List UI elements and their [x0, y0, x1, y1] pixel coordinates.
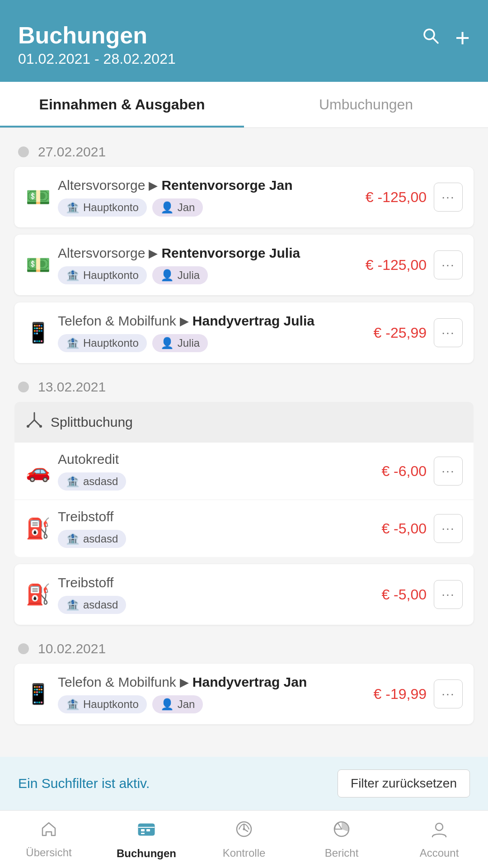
tag-account: 🏦 Hauptkonto	[58, 334, 147, 352]
transaction-info: Treibstoff 🏦 asdasd	[58, 509, 347, 548]
date-dot	[18, 643, 29, 654]
transaction-card: ⛽ Treibstoff 🏦 asdasd € -5,00 ···	[14, 564, 474, 625]
tag-person: 👤 Jan	[152, 198, 203, 217]
transaction-category: Treibstoff	[58, 575, 113, 590]
transaction-subcategory: Rentenvorsorge Jan	[161, 178, 292, 193]
nav-label-account: Account	[420, 847, 459, 859]
svg-point-6	[39, 425, 42, 428]
transaction-info: Altersvorsorge ▶ Rentenvorsorge Jan 🏦 Ha…	[58, 178, 347, 217]
transaction-tags: 🏦 Hauptkonto 👤 Jan	[58, 695, 347, 713]
search-icon[interactable]	[421, 26, 441, 51]
transaction-amount: € -6,00	[354, 463, 427, 480]
tab-umbuchungen[interactable]: Umbuchungen	[244, 82, 488, 127]
transaction-category: Treibstoff	[58, 509, 113, 524]
date-section-27: 27.02.2021 💵 Altersvorsorge ▶ Rentenvors…	[0, 137, 488, 363]
tag-person: 👤 Julia	[152, 266, 208, 284]
transaction-amount: € -19,99	[354, 686, 427, 703]
transaction-icon: 🚗	[25, 459, 51, 483]
home-icon	[40, 820, 58, 843]
more-button[interactable]: ···	[434, 183, 463, 212]
date-label-row: 13.02.2021	[0, 372, 488, 402]
svg-line-1	[433, 38, 438, 43]
svg-point-13	[243, 828, 245, 830]
tab-einnahmen[interactable]: Einnahmen & Ausgaben	[0, 82, 244, 127]
date-range: 01.02.2021 - 28.02.2021	[18, 51, 176, 67]
arrow-icon: ▶	[149, 246, 158, 260]
transaction-info: Altersvorsorge ▶ Rentenvorsorge Julia 🏦 …	[58, 245, 347, 284]
more-dots-icon: ···	[441, 190, 455, 204]
transaction-amount: € -5,00	[354, 520, 427, 537]
nav-item-bericht[interactable]: Bericht	[293, 811, 390, 868]
svg-point-5	[27, 425, 29, 428]
person-icon: 👤	[160, 269, 174, 282]
svg-point-15	[436, 823, 443, 830]
date-label: 13.02.2021	[38, 379, 106, 395]
nav-label-kontrolle: Kontrolle	[223, 847, 266, 859]
building-icon: 🏦	[66, 201, 80, 214]
nav-item-account[interactable]: Account	[390, 811, 488, 868]
transaction-info: Telefon & Mobilfunk ▶ Handyvertrag Julia…	[58, 313, 347, 352]
content-area: 27.02.2021 💵 Altersvorsorge ▶ Rentenvors…	[0, 128, 488, 757]
header: Buchungen 01.02.2021 - 28.02.2021 +	[0, 0, 488, 82]
transaction-category: Telefon & Mobilfunk	[58, 313, 176, 329]
building-icon: 🏦	[66, 599, 80, 611]
transaction-icon: 📱	[25, 682, 51, 706]
transaction-subcategory: Handyvertrag Julia	[192, 313, 314, 329]
transaction-tags: 🏦 Hauptkonto 👤 Jan	[58, 198, 347, 217]
nav-item-ubersicht[interactable]: Übersicht	[0, 811, 98, 868]
add-icon[interactable]: +	[455, 25, 470, 51]
arrow-icon: ▶	[180, 675, 189, 689]
split-icon	[25, 411, 43, 433]
transaction-title: Treibstoff	[58, 575, 347, 590]
split-item: ⛽ Treibstoff 🏦 asdasd € -5,00 ···	[14, 500, 474, 557]
transaction-title: Telefon & Mobilfunk ▶ Handyvertrag Julia	[58, 313, 347, 329]
transaction-title: Treibstoff	[58, 509, 347, 524]
filter-bar: Ein Suchfilter ist aktiv. Filter zurücks…	[0, 757, 488, 810]
date-section-10: 10.02.2021 📱 Telefon & Mobilfunk ▶ Handy…	[0, 634, 488, 724]
tag-account: 🏦 asdasd	[58, 596, 126, 614]
svg-rect-10	[146, 829, 150, 831]
nav-label-bericht: Bericht	[325, 847, 359, 859]
transaction-category: Altersvorsorge	[58, 178, 145, 193]
buchungen-icon	[136, 819, 156, 844]
more-dots-icon: ···	[441, 687, 455, 701]
transaction-card: 📱 Telefon & Mobilfunk ▶ Handyvertrag Jul…	[14, 302, 474, 363]
split-label: Splittbuchung	[51, 415, 133, 430]
svg-rect-9	[141, 829, 145, 831]
more-button[interactable]: ···	[434, 514, 463, 543]
transaction-icon: 💵	[25, 185, 51, 209]
tag-person: 👤 Julia	[152, 334, 208, 352]
building-icon: 🏦	[66, 533, 80, 545]
transaction-icon: 📱	[25, 321, 51, 344]
tag-account: 🏦 asdasd	[58, 472, 126, 491]
person-icon: 👤	[160, 201, 174, 214]
date-section-13: 13.02.2021 Splittbuchung 🚗 Autokredit	[0, 372, 488, 625]
building-icon: 🏦	[66, 698, 80, 711]
arrow-icon: ▶	[149, 179, 158, 193]
nav-item-buchungen[interactable]: Buchungen	[98, 811, 195, 868]
building-icon: 🏦	[66, 337, 80, 349]
nav-label-ubersicht: Übersicht	[26, 846, 71, 859]
tag-account: 🏦 Hauptkonto	[58, 266, 147, 284]
person-icon: 👤	[160, 698, 174, 711]
more-button[interactable]: ···	[434, 457, 463, 486]
more-button[interactable]: ···	[434, 679, 463, 708]
more-button[interactable]: ···	[434, 318, 463, 347]
transaction-info: Autokredit 🏦 asdasd	[58, 452, 347, 491]
filter-reset-button[interactable]: Filter zurücksetzen	[338, 769, 470, 797]
date-dot	[18, 382, 29, 392]
transaction-title: Altersvorsorge ▶ Rentenvorsorge Julia	[58, 245, 347, 261]
split-header: Splittbuchung	[14, 402, 474, 442]
more-button[interactable]: ···	[434, 580, 463, 609]
more-button[interactable]: ···	[434, 250, 463, 279]
filter-active-text: Ein Suchfilter ist aktiv.	[18, 776, 150, 791]
transaction-icon: ⛽	[25, 583, 51, 606]
header-title-block: Buchungen 01.02.2021 - 28.02.2021	[18, 22, 176, 67]
bottom-nav: Übersicht Buchungen Kontrolle	[0, 810, 488, 868]
nav-item-kontrolle[interactable]: Kontrolle	[195, 811, 293, 868]
more-dots-icon: ···	[441, 326, 455, 340]
more-dots-icon: ···	[441, 464, 455, 478]
transaction-amount: € -125,00	[354, 189, 427, 206]
transaction-title: Autokredit	[58, 452, 347, 467]
transaction-icon: ⛽	[25, 517, 51, 540]
